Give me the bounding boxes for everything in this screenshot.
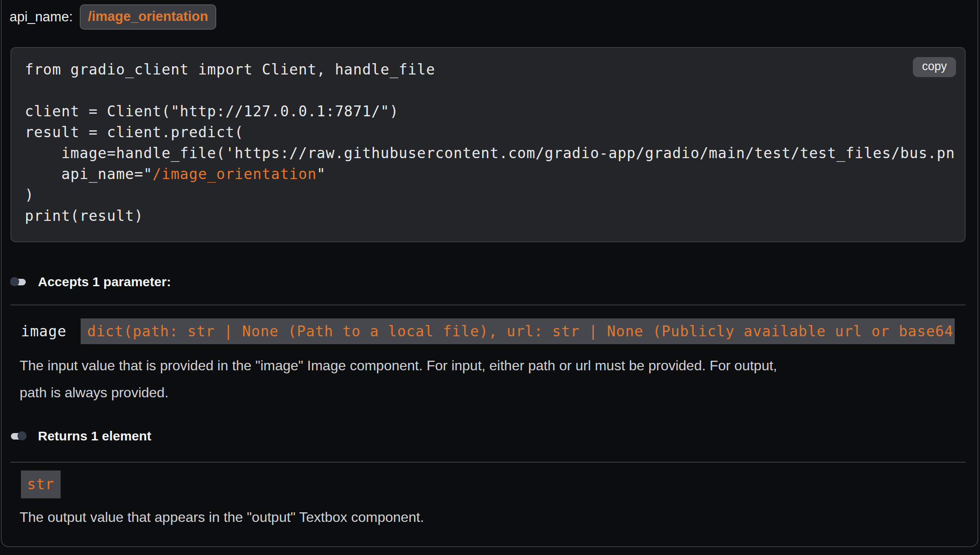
divider (10, 305, 966, 305)
parameter-type-badge: dict(path: str | None (Path to a local f… (81, 318, 955, 344)
returns-heading-label: Returns 1 element (38, 429, 151, 443)
endpoint-header: api_name: /image_orientation (10, 4, 216, 30)
return-description: The output value that appears in the "ou… (20, 504, 424, 531)
code-api-name-prefix: api_name=" (25, 166, 153, 183)
code-api-name-value: /image_orientation (153, 166, 317, 183)
code-line (25, 80, 965, 101)
code-line: image=handle_file('https://raw.githubuse… (25, 143, 965, 164)
code-line: result = client.predict( (25, 122, 965, 143)
divider (10, 462, 966, 463)
code-line: client = Client("http://127.0.0.1:7871/"… (25, 101, 965, 122)
parameter-name: image (21, 318, 69, 344)
code-line: ) (25, 185, 965, 206)
parameter-row: image dict(path: str | None (Path to a l… (21, 318, 955, 344)
accepts-heading: Accepts 1 parameter: (10, 274, 171, 289)
code-line: from gradio_client import Client, handle… (25, 59, 965, 80)
parameter-description-line: path is always provided. (20, 379, 169, 406)
api-name-label: api_name: (10, 9, 73, 25)
parameter-description-line: The input value that is provided in the … (20, 352, 777, 379)
api-name-badge: /image_orientation (80, 4, 217, 30)
accepts-heading-label: Accepts 1 parameter: (38, 274, 171, 289)
return-type-badge: str (21, 470, 61, 498)
code-scroll-area[interactable]: from gradio_client import Client, handle… (25, 59, 965, 241)
api-docs-page: api_name: /image_orientation from gradio… (0, 0, 980, 555)
code-line: api_name="/image_orientation" (25, 164, 965, 185)
return-toggle-icon (10, 431, 27, 441)
returns-heading: Returns 1 element (10, 429, 151, 443)
parameter-toggle-icon (10, 277, 27, 287)
toggle-knob (17, 431, 27, 440)
code-snippet-block: from gradio_client import Client, handle… (10, 47, 966, 242)
copy-button[interactable]: copy (913, 57, 956, 77)
toggle-knob (10, 277, 19, 286)
code-line: print(result) (25, 206, 965, 227)
code-api-name-suffix: " (316, 166, 326, 183)
